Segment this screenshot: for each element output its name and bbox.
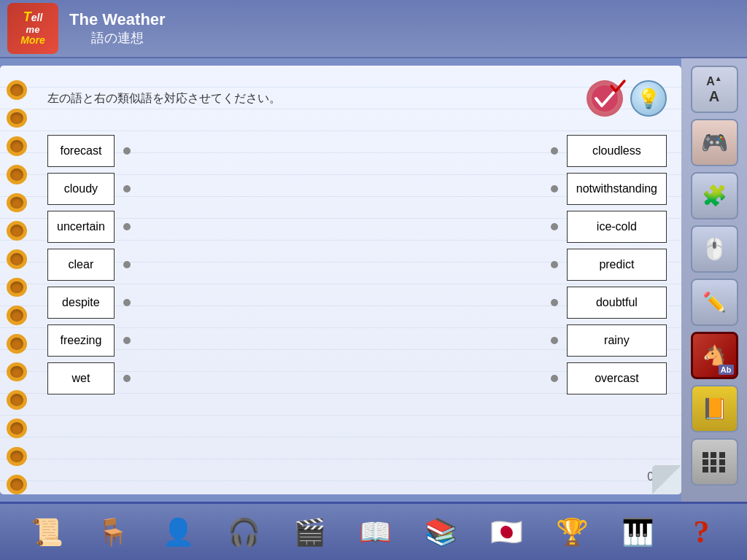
right-dots-column — [542, 135, 567, 394]
pencil-button[interactable]: ✏️ — [691, 279, 738, 326]
toolbar-item-piano[interactable]: 🎹 — [614, 508, 662, 556]
help-button[interactable]: ? — [680, 510, 724, 554]
spiral-ring — [7, 221, 27, 241]
instruction-text: 左の語と右の類似語を対応させてください。 — [47, 91, 281, 106]
toolbar-item-open-book[interactable]: 📖 — [352, 508, 399, 556]
word-box-right-5[interactable]: rainy — [567, 324, 667, 357]
grid-button[interactable] — [691, 438, 738, 486]
left-words-column: forecast cloudy uncertain clear despite … — [47, 135, 115, 394]
matching-container: forecast cloudy uncertain clear despite … — [47, 135, 667, 394]
right-sidebar: A▲ A 🎮 🧩 🖱️ ✏️ 🐴 Ab 📙 — [681, 58, 747, 502]
ab-label: Ab — [719, 365, 734, 375]
right-dot-4[interactable] — [551, 287, 558, 319]
right-words-column: cloudless notwithstanding ice-cold predi… — [567, 135, 667, 394]
word-box-right-3[interactable]: predict — [567, 249, 667, 281]
font-size-button[interactable]: A▲ A — [691, 66, 738, 113]
spiral-ring — [7, 362, 27, 382]
spiral-ring — [7, 390, 27, 410]
word-box-left-2[interactable]: uncertain — [47, 211, 115, 243]
word-box-left-6[interactable]: wet — [47, 362, 115, 394]
toolbar-item-chair[interactable]: 🪑 — [89, 508, 136, 556]
right-dot-5[interactable] — [551, 324, 558, 357]
book-button[interactable]: 📙 — [691, 385, 738, 432]
puzzle-button[interactable]: 🧩 — [691, 172, 738, 219]
left-dots-column — [115, 135, 139, 394]
right-dot-1[interactable] — [551, 173, 558, 205]
word-box-left-1[interactable]: cloudy — [47, 173, 115, 205]
page-curl — [652, 465, 681, 494]
spiral-ring — [7, 80, 27, 100]
icon-buttons: 💡 — [587, 80, 667, 117]
games-button[interactable]: 🎮 — [691, 119, 738, 166]
right-section: cloudless notwithstanding ice-cold predi… — [542, 135, 667, 394]
toolbar-item-books[interactable]: 📚 — [417, 508, 465, 556]
toolbar-item-scroll[interactable]: 📜 — [23, 508, 71, 556]
word-box-right-0[interactable]: cloudless — [567, 135, 667, 167]
header-titles: The Weather 語の連想 — [69, 10, 166, 47]
bottom-toolbar: 📜 🪑 👤 🎧 🎬 📖 📚 🇯🇵 🏆 🎹 ? — [0, 502, 747, 560]
word-box-left-4[interactable]: despite — [47, 287, 115, 319]
left-section: forecast cloudy uncertain clear despite … — [47, 135, 139, 394]
header: Tell me More The Weather 語の連想 — [0, 0, 747, 58]
instruction-bar: 左の語と右の類似語を対応させてください。 — [47, 77, 667, 120]
right-dot-6[interactable] — [551, 362, 558, 394]
toolbar-item-trophy[interactable]: 🏆 — [549, 508, 596, 556]
toolbar-item-headphones[interactable]: 🎧 — [220, 508, 268, 556]
left-dot-4[interactable] — [123, 287, 131, 319]
spiral-ring — [7, 475, 27, 494]
logo: Tell me More — [7, 3, 58, 54]
spiral-ring — [7, 193, 27, 213]
title-english: The Weather — [69, 10, 166, 29]
spiral-ring — [7, 334, 27, 354]
vocabulary-button[interactable]: 🐴 Ab — [691, 332, 738, 379]
left-dot-3[interactable] — [123, 249, 131, 281]
notebook: 左の語と右の類似語を対応させてください。 — [0, 66, 681, 494]
word-box-left-0[interactable]: forecast — [47, 135, 115, 167]
main-area: A▲ A 🎮 🧩 🖱️ ✏️ 🐴 Ab 📙 — [0, 58, 747, 502]
left-dot-5[interactable] — [123, 324, 131, 357]
toolbar-item-film[interactable]: 🎬 — [286, 508, 333, 556]
right-dot-2[interactable] — [551, 211, 558, 243]
word-box-left-3[interactable]: clear — [47, 249, 115, 281]
toolbar-item-flag[interactable]: 🇯🇵 — [483, 508, 530, 556]
left-dot-6[interactable] — [123, 362, 131, 394]
left-dot-1[interactable] — [123, 173, 131, 205]
spiral-ring — [7, 306, 27, 325]
spiral-ring — [7, 136, 27, 156]
spiral-ring — [7, 419, 27, 438]
word-box-right-2[interactable]: ice-cold — [567, 211, 667, 243]
word-box-left-5[interactable]: freezing — [47, 324, 115, 357]
toolbar-item-figure[interactable]: 👤 — [155, 508, 202, 556]
spiral-ring — [7, 165, 27, 184]
right-dot-3[interactable] — [551, 249, 558, 281]
mouse-button[interactable]: 🖱️ — [691, 225, 738, 273]
left-dot-2[interactable] — [123, 211, 131, 243]
word-box-right-4[interactable]: doubtful — [567, 287, 667, 319]
hint-button[interactable]: 💡 — [630, 80, 667, 117]
notebook-spiral — [0, 66, 33, 494]
left-dot-0[interactable] — [123, 135, 131, 167]
notebook-content: 左の語と右の類似語を対応させてください。 — [33, 66, 681, 494]
check-button[interactable] — [587, 80, 623, 117]
right-dot-0[interactable] — [551, 135, 558, 167]
spiral-ring — [7, 249, 27, 269]
spiral-ring — [7, 109, 27, 128]
word-box-right-6[interactable]: overcast — [567, 362, 667, 394]
title-japanese: 語の連想 — [69, 29, 166, 47]
spiral-ring — [7, 278, 27, 298]
word-box-right-1[interactable]: notwithstanding — [567, 173, 667, 205]
spiral-ring — [7, 447, 27, 467]
logo-text: Tell me More — [20, 10, 44, 46]
